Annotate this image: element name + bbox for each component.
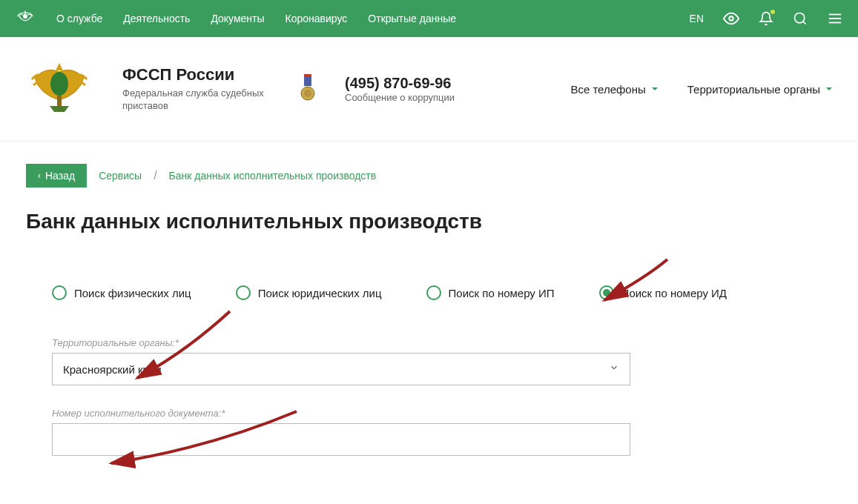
search-tabs: Поиск физических лиц Поиск юридических л… <box>52 285 806 300</box>
crumb-services[interactable]: Сервисы <box>99 170 142 182</box>
header-links: Все телефоны Территориальные органы <box>570 83 832 96</box>
svg-rect-8 <box>57 96 62 106</box>
nav-opendata[interactable]: Открытые данные <box>368 13 456 24</box>
tab-ip-number[interactable]: Поиск по номеру ИП <box>426 285 555 300</box>
territorial-link[interactable]: Территориальные органы <box>687 83 832 96</box>
svg-rect-10 <box>304 74 311 76</box>
docnum-label: Номер исполнительного документа:* <box>52 408 630 419</box>
radio-icon <box>52 285 67 300</box>
radio-icon <box>236 285 251 300</box>
phone-number: (495) 870-69-96 <box>345 75 455 92</box>
phone-sub: Сообщение о коррупции <box>345 92 455 103</box>
tab-legal[interactable]: Поиск юридических лиц <box>236 285 382 300</box>
radio-icon <box>599 285 614 300</box>
territorial-label: Территориальные органы <box>687 83 820 96</box>
navbar-right: EN <box>690 10 843 27</box>
search-icon[interactable] <box>793 11 808 26</box>
territory-select[interactable]: Красноярский край <box>52 353 630 385</box>
navbar: О службе Деятельность Документы Коронави… <box>0 0 858 37</box>
site-title-text: ФССП России <box>122 65 271 84</box>
crumb-current: Банк данных исполнительных производств <box>169 170 377 182</box>
search-section: Поиск физических лиц Поиск юридических л… <box>0 256 858 500</box>
logo-icon <box>26 56 93 122</box>
svg-point-1 <box>729 16 733 21</box>
chevron-down-icon <box>652 87 658 90</box>
menu-icon[interactable] <box>827 10 843 27</box>
navbar-left: О службе Деятельность Документы Коронави… <box>15 8 456 29</box>
tab-id-number[interactable]: Поиск по номеру ИД <box>599 285 727 300</box>
svg-point-7 <box>50 72 68 96</box>
tab-label: Поиск по номеру ИД <box>621 287 727 299</box>
all-phones-link[interactable]: Все телефоны <box>570 83 657 96</box>
chevron-down-icon <box>826 87 832 90</box>
breadcrumb: ‹ Назад Сервисы / Банк данных исполнител… <box>0 142 858 195</box>
docnum-input-wrap <box>52 423 630 456</box>
header-phone: (495) 870-69-96 Сообщение о коррупции <box>345 75 455 103</box>
crumb-separator: / <box>154 169 156 182</box>
header: ФССП России Федеральная служба судебных … <box>0 37 858 142</box>
emblem-icon <box>15 8 36 29</box>
nav-activity[interactable]: Деятельность <box>123 13 190 24</box>
docnum-field: Номер исполнительного документа:* <box>52 408 630 456</box>
nav-about[interactable]: О службе <box>56 13 102 24</box>
site-title: ФССП России Федеральная служба судебных … <box>122 65 271 113</box>
territory-label: Территориальные органы:* <box>52 337 630 348</box>
docnum-input[interactable] <box>63 424 619 455</box>
site-subtitle: Федеральная служба судебных приставов <box>122 87 271 113</box>
tab-label: Поиск по номеру ИП <box>449 287 555 299</box>
lang-switch[interactable]: EN <box>690 13 704 24</box>
chevron-down-icon <box>609 362 619 376</box>
svg-point-12 <box>304 90 311 97</box>
chevron-left-icon: ‹ <box>38 170 41 181</box>
nav-coronavirus[interactable]: Коронавирус <box>286 13 348 24</box>
notification-dot <box>770 10 775 14</box>
eye-icon[interactable] <box>723 10 739 27</box>
bell-icon[interactable] <box>759 11 773 26</box>
svg-line-3 <box>803 21 806 24</box>
all-phones-label: Все телефоны <box>570 83 645 96</box>
tab-label: Поиск юридических лиц <box>258 287 382 299</box>
territory-value: Красноярский край <box>63 363 162 376</box>
back-label: Назад <box>45 170 75 182</box>
page-title: Банк данных исполнительных производств <box>0 195 858 256</box>
territory-field: Территориальные органы:* Красноярский кр… <box>52 337 630 385</box>
radio-icon <box>426 285 441 300</box>
nav-documents[interactable]: Документы <box>211 13 264 24</box>
svg-point-2 <box>795 13 805 23</box>
medal-icon <box>300 74 315 104</box>
back-button[interactable]: ‹ Назад <box>26 164 87 188</box>
tab-individuals[interactable]: Поиск физических лиц <box>52 285 191 300</box>
svg-point-0 <box>23 14 27 19</box>
tab-label: Поиск физических лиц <box>74 287 191 299</box>
